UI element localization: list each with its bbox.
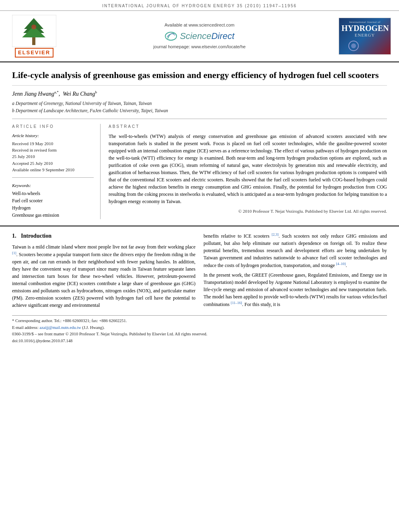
article-title: Life-cycle analysis of greenhouse gas em… bbox=[12, 62, 387, 86]
top-banner: ELSEVIER Available at www.sciencedirect.… bbox=[0, 11, 399, 62]
revised-label: Received in revised form bbox=[12, 147, 94, 153]
abstract-label: ABSTRACT bbox=[109, 124, 387, 129]
keywords-title: Keywords: bbox=[12, 183, 94, 189]
svg-rect-1 bbox=[32, 37, 35, 45]
copyright-text: © 2010 Professor T. Nejat Veziroglu. Pub… bbox=[109, 208, 387, 214]
revised-date: 25 July 2010 bbox=[12, 154, 94, 160]
svg-point-8 bbox=[351, 43, 356, 48]
hydrogen-word: HYDROGEN bbox=[341, 24, 388, 32]
section1-title: Introduction bbox=[21, 233, 51, 239]
section1-heading: 1. Introduction bbox=[12, 232, 195, 240]
elsevier-tree-icon bbox=[12, 15, 56, 47]
affiliations: a Department of Greenergy, National Univ… bbox=[12, 99, 387, 119]
article-info-col: ARTICLE INFO Article history: Received 1… bbox=[12, 124, 101, 219]
author-b: Wei Ru Chang bbox=[63, 90, 95, 97]
divider bbox=[12, 177, 94, 178]
abstract-paragraph: The well-to-wheels (WTW) analysis of ene… bbox=[109, 133, 387, 205]
journal-header-text: INTERNATIONAL JOURNAL OF HYDROGEN ENERGY… bbox=[102, 4, 297, 8]
keyword-2: Fuel cell scooter bbox=[12, 197, 94, 204]
sciencedirect-text: ScienceDirect bbox=[180, 30, 234, 43]
hydrogen-circle-icon bbox=[341, 40, 366, 52]
footnotes: * Corresponding author. Tel.: +886 62600… bbox=[12, 315, 387, 344]
body-right-col: benefits relative to ICE scooters [2,3].… bbox=[204, 232, 387, 311]
available-at-text: Available at www.sciencedirect.com bbox=[60, 22, 339, 28]
body-paragraph-1: Taiwan is a mild climate island where mo… bbox=[12, 243, 195, 309]
footnote-email-link[interactable]: azaijj@mail.nutn.edu.tw bbox=[39, 325, 81, 330]
authors-line: Jenn Jiang Hwanga,*, Wei Ru Changb bbox=[12, 86, 387, 99]
affiliation-b: b Department of Landscape Architecture, … bbox=[12, 107, 387, 114]
elsevier-text: ELSEVIER bbox=[15, 48, 53, 58]
footnote-email-name: (J.J. Hwang). bbox=[82, 325, 105, 330]
article-content: Life-cycle analysis of greenhouse gas em… bbox=[0, 62, 399, 219]
sciencedirect-logo: ScienceDirect bbox=[60, 30, 339, 43]
received-date: Received 19 May 2010 bbox=[12, 141, 94, 147]
svg-point-5 bbox=[31, 25, 36, 29]
center-info: Available at www.sciencedirect.com Scien… bbox=[60, 22, 339, 50]
footnote-corresponding: * Corresponding author. Tel.: +886 62600… bbox=[12, 318, 387, 324]
main-body: 1. Introduction Taiwan is a mild climate… bbox=[0, 226, 399, 344]
article-info-label: ARTICLE INFO bbox=[12, 124, 94, 129]
history-title: Article history: bbox=[12, 133, 94, 139]
keyword-1: Well-to-wheels bbox=[12, 190, 94, 197]
affiliation-a: a Department of Greenergy, National Univ… bbox=[12, 100, 387, 107]
section1-right-text: benefits relative to ICE scooters [2,3].… bbox=[204, 232, 387, 308]
hydrogen-energy-logo: International Journal of HYDROGEN ENERGY bbox=[339, 18, 391, 55]
abstract-col: ABSTRACT The well-to-wheels (WTW) analys… bbox=[109, 124, 387, 219]
hydrogen-energy-word: ENERGY bbox=[341, 32, 388, 38]
accepted-date: Accepted 25 July 2010 bbox=[12, 160, 94, 166]
article-info-abstract: ARTICLE INFO Article history: Received 1… bbox=[12, 119, 387, 219]
author-a: Jenn Jiang Hwang bbox=[12, 90, 54, 97]
body-left-col: 1. Introduction Taiwan is a mild climate… bbox=[12, 232, 195, 311]
body-two-col: 1. Introduction Taiwan is a mild climate… bbox=[12, 226, 387, 311]
keyword-4: Greenhouse gas emission bbox=[12, 212, 94, 218]
journal-homepage-text: journal homepage: www.elsevier.com/locat… bbox=[60, 44, 339, 50]
keyword-3: Hydrogen bbox=[12, 205, 94, 211]
footnote-doi: doi:10.1016/j.ijhydene.2010.07.148 bbox=[12, 338, 387, 344]
author-a-sup: a,* bbox=[54, 90, 59, 94]
sciencedirect-leaf-icon bbox=[165, 31, 177, 42]
footnote-issn: 0360-3199/$ – see front matter © 2010 Pr… bbox=[12, 331, 387, 337]
author-b-sup: b bbox=[95, 90, 97, 94]
abstract-text: The well-to-wheels (WTW) analysis of ene… bbox=[109, 133, 387, 205]
footnote-email: E-mail address: azaijj@mail.nutn.edu.tw … bbox=[12, 325, 387, 331]
section1-left-text: Taiwan is a mild climate island where mo… bbox=[12, 243, 195, 309]
svg-point-6 bbox=[165, 32, 177, 40]
elsevier-logo: ELSEVIER bbox=[8, 15, 60, 58]
available-online: Available online 9 September 2010 bbox=[12, 167, 94, 173]
section1-number: 1. bbox=[12, 233, 16, 239]
journal-header: INTERNATIONAL JOURNAL OF HYDROGEN ENERGY… bbox=[0, 0, 399, 11]
body-paragraph-3: In the present work, the GREET (Greenhou… bbox=[204, 271, 387, 308]
body-paragraph-2: benefits relative to ICE scooters [2,3].… bbox=[204, 232, 387, 269]
